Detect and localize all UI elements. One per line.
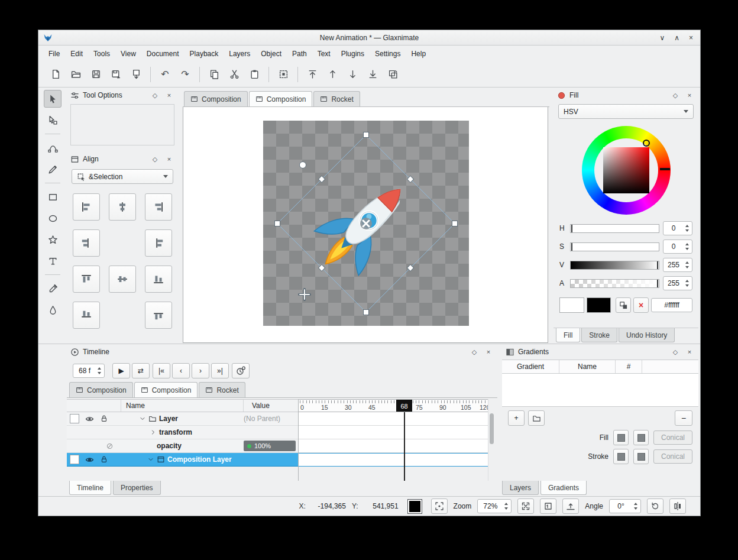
timeline-track-row[interactable] bbox=[299, 412, 488, 426]
timeline-tab-rocket[interactable]: Rocket bbox=[199, 382, 245, 397]
dock-tab-gradients[interactable]: Gradients bbox=[540, 481, 587, 495]
object-to-back-button[interactable] bbox=[384, 66, 402, 83]
frame-spinbox[interactable]: 68 f bbox=[73, 364, 105, 378]
play-button[interactable]: ▶ bbox=[112, 363, 130, 378]
dock-tab-timeline[interactable]: Timeline bbox=[69, 481, 111, 495]
close-panel-button[interactable]: × bbox=[483, 347, 494, 357]
loop-button[interactable]: ⇄ bbox=[132, 363, 150, 378]
stroke-gradient-linear-button[interactable] bbox=[613, 449, 629, 464]
align-v-outside-bottom-button[interactable] bbox=[145, 302, 172, 329]
timeline-tab-composition-2[interactable]: Composition bbox=[134, 382, 198, 397]
secondary-color-swatch[interactable] bbox=[587, 297, 611, 313]
hue-spinbox[interactable]: 0 bbox=[663, 221, 692, 235]
scale-handle[interactable] bbox=[452, 221, 458, 226]
menu-playback[interactable]: Playback bbox=[184, 47, 224, 60]
prev-frame-button[interactable]: ‹ bbox=[172, 363, 190, 378]
menu-edit[interactable]: Edit bbox=[65, 47, 88, 60]
canvas-artwork-layer[interactable] bbox=[183, 107, 548, 343]
menu-settings[interactable]: Settings bbox=[370, 47, 406, 60]
dock-tab-properties[interactable]: Properties bbox=[113, 481, 161, 495]
open-file-button[interactable] bbox=[67, 66, 85, 83]
remove-gradient-button[interactable]: − bbox=[675, 410, 692, 426]
rotate-handle[interactable] bbox=[300, 162, 306, 169]
stroke-gradient-type-select[interactable]: Conical bbox=[653, 449, 692, 464]
canvas-tab-composition-2[interactable]: Composition bbox=[249, 91, 313, 106]
tab-stroke[interactable]: Stroke bbox=[581, 328, 617, 342]
color-model-select[interactable]: HSV bbox=[558, 104, 694, 119]
chevron-down-icon[interactable] bbox=[147, 456, 154, 463]
hex-color-input[interactable]: #ffffff bbox=[651, 298, 692, 312]
float-panel-button[interactable]: ◇ bbox=[670, 90, 681, 101]
lock-icon[interactable] bbox=[100, 455, 108, 464]
visible-icon[interactable] bbox=[85, 415, 94, 423]
hue-marker[interactable] bbox=[660, 168, 670, 170]
tool-star[interactable] bbox=[44, 231, 62, 248]
go-last-frame-button[interactable]: »| bbox=[211, 363, 229, 378]
menu-help[interactable]: Help bbox=[406, 47, 431, 60]
rotation-reset-button[interactable] bbox=[647, 499, 663, 514]
timeline-row-opacity[interactable]: opacity 100% bbox=[67, 439, 298, 453]
cut-button[interactable] bbox=[225, 66, 243, 83]
tool-fill[interactable] bbox=[44, 301, 62, 319]
scale-handle[interactable] bbox=[364, 132, 369, 138]
scrollbar-thumb[interactable] bbox=[490, 413, 494, 444]
menu-plugins[interactable]: Plugins bbox=[336, 47, 370, 60]
shade-button[interactable]: ∨ bbox=[659, 34, 665, 41]
fill-gradient-linear-button[interactable] bbox=[613, 430, 629, 445]
scale-handle[interactable] bbox=[364, 310, 369, 315]
go-first-frame-button[interactable]: |« bbox=[153, 363, 170, 378]
name-column-header[interactable]: Name bbox=[559, 360, 616, 373]
timeline-tab-composition-1[interactable]: Composition bbox=[69, 382, 133, 397]
tool-draw-freehand[interactable] bbox=[44, 160, 62, 178]
dock-tab-layers[interactable]: Layers bbox=[502, 481, 539, 495]
zoom-fit-button[interactable] bbox=[517, 499, 534, 514]
primary-color-swatch[interactable] bbox=[559, 297, 584, 313]
current-color-indicator[interactable] bbox=[408, 500, 422, 513]
align-h-right-button[interactable] bbox=[145, 193, 172, 221]
mirror-view-button[interactable] bbox=[669, 499, 686, 514]
save-button[interactable] bbox=[87, 66, 105, 83]
saturation-spinbox[interactable]: 0 bbox=[663, 239, 692, 254]
timeline-track-area[interactable]: 0 15 30 45 75 90 105 120 68 bbox=[298, 399, 488, 481]
maximize-button[interactable]: ∧ bbox=[674, 34, 679, 41]
align-h-outside-right-button[interactable] bbox=[145, 229, 172, 257]
paste-button[interactable] bbox=[245, 66, 263, 83]
close-panel-button[interactable]: × bbox=[684, 90, 695, 101]
current-frame-indicator[interactable]: 68 bbox=[396, 400, 412, 412]
menu-view[interactable]: View bbox=[115, 47, 141, 60]
align-v-bottom-button[interactable] bbox=[145, 266, 172, 293]
tool-rectangle[interactable] bbox=[44, 188, 62, 206]
menu-text[interactable]: Text bbox=[312, 47, 336, 60]
alpha-spinbox[interactable]: 255 bbox=[663, 276, 692, 290]
view-reset-button[interactable] bbox=[562, 499, 579, 514]
timeline-scrollbar[interactable] bbox=[488, 399, 494, 481]
gradient-column-header[interactable]: Gradient bbox=[502, 360, 559, 373]
alpha-slider[interactable] bbox=[570, 279, 659, 288]
playhead-line[interactable] bbox=[404, 412, 405, 481]
swap-colors-button[interactable] bbox=[616, 297, 631, 313]
timeline-track-row[interactable] bbox=[299, 426, 488, 439]
align-v-top-button[interactable] bbox=[73, 266, 100, 293]
tool-text[interactable] bbox=[44, 252, 62, 270]
saturation-slider[interactable] bbox=[570, 242, 659, 251]
hue-slider[interactable] bbox=[570, 224, 659, 233]
close-panel-button[interactable]: × bbox=[164, 154, 174, 164]
timeline-track-row-selected[interactable] bbox=[299, 453, 488, 467]
tool-draw-bezier[interactable] bbox=[44, 139, 62, 157]
value-spinbox[interactable]: 255 bbox=[663, 258, 692, 272]
lock-icon[interactable] bbox=[100, 415, 108, 423]
color-wheel[interactable] bbox=[582, 126, 671, 215]
redo-button[interactable]: ↷ bbox=[176, 66, 194, 83]
clear-color-button[interactable]: × bbox=[633, 297, 649, 313]
value-slider[interactable] bbox=[570, 261, 659, 270]
tool-select[interactable] bbox=[44, 90, 62, 108]
align-h-center-button[interactable] bbox=[109, 193, 136, 221]
undo-button[interactable]: ↶ bbox=[156, 66, 174, 83]
object-lower-button[interactable] bbox=[344, 66, 361, 83]
menu-document[interactable]: Document bbox=[141, 47, 184, 60]
copy-button[interactable] bbox=[205, 66, 223, 83]
tab-undo-history[interactable]: Undo History bbox=[619, 328, 675, 342]
timeline-row-transform[interactable]: transform bbox=[67, 426, 298, 439]
menu-path[interactable]: Path bbox=[287, 47, 312, 60]
gradient-presets-button[interactable] bbox=[528, 410, 545, 426]
